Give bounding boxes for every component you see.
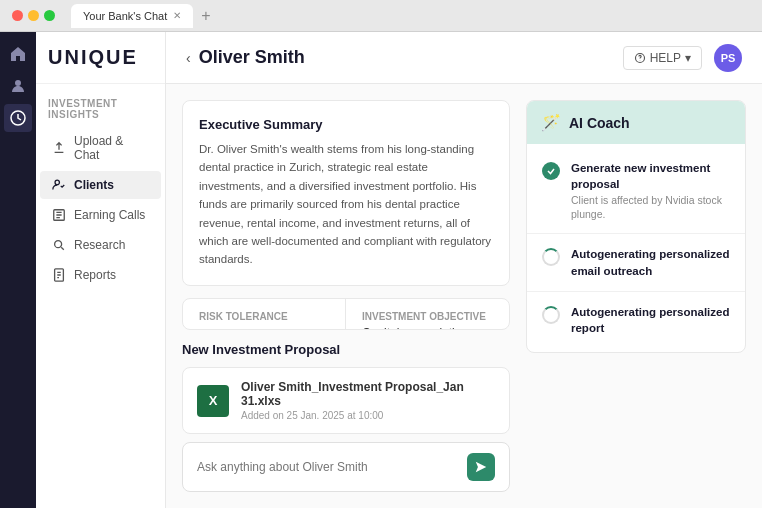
ai-item-check-icon (541, 161, 561, 181)
sidebar-section-title: Investment Insights (36, 84, 165, 126)
proposal-info: Oliver Smith_Investment Proposal_Jan 31.… (241, 380, 495, 421)
ai-coach-items: Generate new investment proposal Client … (527, 144, 745, 352)
help-label: HELP (650, 51, 681, 65)
new-tab-button[interactable]: + (201, 7, 210, 25)
user-avatar[interactable]: PS (714, 44, 742, 72)
svg-point-4 (55, 241, 62, 248)
sidebar-item-clients-label: Clients (74, 178, 114, 192)
help-button[interactable]: HELP ▾ (623, 46, 702, 70)
ai-coach-card: 🪄 AI Coach Generate new (526, 100, 746, 353)
browser-tab[interactable]: Your Bank's Chat ✕ (71, 4, 193, 28)
excel-icon: X (197, 385, 229, 417)
sidebar-item-earning[interactable]: Earning Calls (40, 201, 161, 229)
sidebar-item-reports-label: Reports (74, 268, 116, 282)
check-circle-icon (542, 162, 560, 180)
ai-item-content-3: Autogenerating personalized report (571, 304, 731, 336)
executive-summary-text: Dr. Oliver Smith's wealth stems from his… (199, 140, 493, 269)
chat-input[interactable] (197, 460, 459, 474)
risk-badge: MEDIUM (199, 329, 258, 330)
svg-point-2 (55, 180, 59, 184)
chat-input-area (182, 434, 510, 492)
sidebar: UnIQUE Investment Insights Upload & Chat… (36, 32, 166, 508)
proposal-section-title: New Investment Proposal (182, 342, 510, 357)
risk-value: MEDIUM (213, 329, 258, 330)
sidebar-item-upload-label: Upload & Chat (74, 134, 149, 162)
rail-home-icon[interactable] (4, 40, 32, 68)
minimize-traffic-light[interactable] (28, 10, 39, 21)
ai-item-title-2: Autogenerating personalized email outrea… (571, 246, 731, 278)
spinner-1 (542, 248, 560, 266)
proposal-file-name: Oliver Smith_Investment Proposal_Jan 31.… (241, 380, 495, 408)
send-icon (474, 460, 488, 474)
investment-objective-label: Investment Objective (362, 311, 493, 322)
back-button[interactable]: ‹ (186, 50, 191, 66)
main-content: ‹ Oliver Smith HELP ▾ PS Executive Summa… (166, 32, 762, 508)
close-traffic-light[interactable] (12, 10, 23, 21)
chat-input-wrapper (182, 442, 510, 492)
ai-item-title-3: Autogenerating personalized report (571, 304, 731, 336)
app-container: UnIQUE Investment Insights Upload & Chat… (0, 32, 762, 508)
browser-chrome: Your Bank's Chat ✕ + (0, 0, 762, 32)
sidebar-item-earning-label: Earning Calls (74, 208, 145, 222)
sidebar-item-research-label: Research (74, 238, 125, 252)
ai-item-content-1: Generate new investment proposal Client … (571, 160, 731, 221)
icon-rail (0, 32, 36, 508)
ai-item-personalized-report: Autogenerating personalized report (527, 292, 745, 348)
ai-item-email-outreach: Autogenerating personalized email outrea… (527, 234, 745, 291)
help-chevron-icon: ▾ (685, 51, 691, 65)
ai-coach-title: AI Coach (569, 115, 630, 131)
clients-icon (52, 178, 66, 192)
earning-icon (52, 208, 66, 222)
proposal-file-date: Added on 25 Jan. 2025 at 10:00 (241, 410, 495, 421)
ai-item-investment-proposal: Generate new investment proposal Client … (527, 148, 745, 234)
content-area: Executive Summary Dr. Oliver Smith's wea… (166, 84, 762, 508)
maximize-traffic-light[interactable] (44, 10, 55, 21)
tab-bar: Your Bank's Chat ✕ + (71, 4, 750, 28)
sidebar-item-clients[interactable]: Clients (40, 171, 161, 199)
sidebar-item-upload[interactable]: Upload & Chat (40, 127, 161, 169)
traffic-lights (12, 10, 55, 21)
research-icon (52, 238, 66, 252)
upload-icon (52, 141, 66, 155)
wand-icon: 🪄 (541, 113, 561, 132)
ai-item-subtitle-1: Client is affected by Nvidia stock plung… (571, 194, 731, 221)
tab-close-icon[interactable]: ✕ (173, 10, 181, 21)
page-title-area: ‹ Oliver Smith (186, 47, 305, 68)
question-circle-icon (634, 52, 646, 64)
ai-item-spinner-icon-2 (541, 305, 561, 325)
send-button[interactable] (467, 453, 495, 481)
sidebar-item-reports[interactable]: Reports (40, 261, 161, 289)
app-logo: UnIQUE (36, 32, 165, 84)
rail-chart-icon[interactable] (4, 104, 32, 132)
new-proposal-section: New Investment Proposal X Oliver Smith_I… (182, 342, 510, 434)
top-bar-actions: HELP ▾ PS (623, 44, 742, 72)
svg-point-0 (15, 80, 21, 86)
risk-tolerance-label: Risk Tolerance (199, 311, 329, 322)
spinner-2 (542, 306, 560, 324)
sidebar-item-research[interactable]: Research (40, 231, 161, 259)
ai-item-content-2: Autogenerating personalized email outrea… (571, 246, 731, 278)
ai-item-title-1: Generate new investment proposal (571, 160, 731, 192)
page-title: Oliver Smith (199, 47, 305, 68)
top-bar: ‹ Oliver Smith HELP ▾ PS (166, 32, 762, 84)
right-panel: 🪄 AI Coach Generate new (526, 100, 746, 492)
left-panel: Executive Summary Dr. Oliver Smith's wea… (182, 100, 510, 492)
investment-objective-cell: Investment Objective Capital appreciatio… (346, 299, 509, 330)
proposal-card: X Oliver Smith_Investment Proposal_Jan 3… (182, 367, 510, 434)
ai-coach-header: 🪄 AI Coach (527, 101, 745, 144)
investment-objective-value: Capital appreciation (362, 326, 493, 330)
risk-tolerance-cell: Risk Tolerance MEDIUM (183, 299, 346, 330)
rail-user-icon[interactable] (4, 72, 32, 100)
executive-summary-title: Executive Summary (199, 117, 493, 132)
tab-label: Your Bank's Chat (83, 10, 167, 22)
reports-icon (52, 268, 66, 282)
executive-summary-card: Executive Summary Dr. Oliver Smith's wea… (182, 100, 510, 286)
info-grid: Risk Tolerance MEDIUM Investment Objecti… (182, 298, 510, 330)
ai-item-spinner-icon-1 (541, 247, 561, 267)
